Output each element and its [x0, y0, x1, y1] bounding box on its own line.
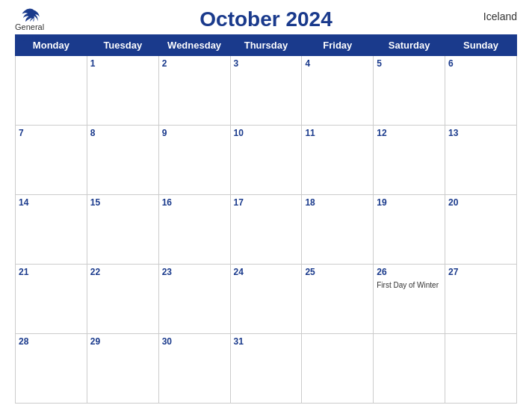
calendar-day-cell	[302, 334, 374, 404]
calendar-day-cell: 12	[374, 126, 445, 195]
day-number: 10	[234, 128, 299, 138]
calendar-day-cell: 29	[87, 334, 158, 404]
day-number: 29	[90, 336, 155, 347]
day-number: 17	[234, 197, 299, 208]
calendar-day-cell: 6	[445, 56, 517, 126]
day-number: 15	[90, 197, 155, 208]
calendar-day-cell: 4	[302, 56, 374, 126]
calendar-day-cell: 31	[230, 334, 302, 404]
day-number: 6	[448, 58, 513, 69]
day-number: 19	[377, 197, 442, 208]
logo-icon	[19, 7, 40, 22]
col-saturday: Saturday	[374, 35, 445, 56]
day-number: 4	[305, 58, 370, 69]
calendar-day-cell: 30	[158, 334, 230, 404]
day-number: 31	[234, 336, 299, 347]
day-number: 7	[19, 128, 84, 138]
calendar-week-row: 78910111213	[16, 126, 517, 195]
calendar-day-cell	[374, 334, 445, 404]
col-wednesday: Wednesday	[158, 35, 230, 56]
day-number: 28	[19, 336, 84, 347]
calendar-week-row: 212223242526First Day of Winter27	[16, 265, 517, 334]
calendar-day-cell	[16, 56, 87, 126]
col-thursday: Thursday	[230, 35, 302, 56]
day-number: 21	[19, 267, 84, 277]
day-number: 12	[377, 128, 442, 138]
day-number: 23	[162, 267, 227, 277]
weekday-header-row: Monday Tuesday Wednesday Thursday Friday…	[16, 35, 517, 56]
calendar-week-row: 123456	[16, 56, 517, 126]
calendar-day-cell: 28	[16, 334, 87, 404]
calendar-day-cell: 21	[16, 265, 87, 334]
day-number: 26	[377, 267, 442, 277]
calendar-day-cell: 23	[158, 265, 230, 334]
calendar-day-cell: 27	[445, 265, 517, 334]
calendar-day-cell: 24	[230, 265, 302, 334]
logo: General Blue	[15, 7, 44, 44]
calendar-day-cell: 26First Day of Winter	[374, 265, 445, 334]
calendar-day-cell: 3	[230, 56, 302, 126]
calendar-day-cell: 16	[158, 195, 230, 265]
day-number: 3	[234, 58, 299, 69]
calendar-day-cell: 20	[445, 195, 517, 265]
logo-blue-text: Blue	[19, 32, 40, 44]
country-label: Iceland	[483, 10, 517, 22]
calendar-day-cell: 22	[87, 265, 158, 334]
calendar-week-row: 28293031	[16, 334, 517, 404]
calendar-day-cell: 13	[445, 126, 517, 195]
day-number: 1	[90, 58, 155, 69]
col-tuesday: Tuesday	[87, 35, 158, 56]
day-number: 2	[162, 58, 227, 69]
day-number: 24	[234, 267, 299, 277]
calendar-day-cell: 17	[230, 195, 302, 265]
day-number: 22	[90, 267, 155, 277]
calendar-day-cell: 10	[230, 126, 302, 195]
calendar-day-cell: 11	[302, 126, 374, 195]
calendar-week-row: 14151617181920	[16, 195, 517, 265]
calendar-day-cell: 1	[87, 56, 158, 126]
day-number: 13	[448, 128, 513, 138]
day-number: 20	[448, 197, 513, 208]
calendar-header: General Blue October 2024 Iceland	[15, 7, 517, 31]
col-sunday: Sunday	[445, 35, 517, 56]
calendar-day-cell: 18	[302, 195, 374, 265]
day-number: 30	[162, 336, 227, 347]
day-number: 9	[162, 128, 227, 138]
calendar-day-cell: 15	[87, 195, 158, 265]
logo-general-text: General	[15, 22, 44, 32]
day-number: 27	[448, 267, 513, 277]
calendar-day-cell: 14	[16, 195, 87, 265]
day-number: 16	[162, 197, 227, 208]
day-number: 25	[305, 267, 370, 277]
day-number: 8	[90, 128, 155, 138]
calendar-day-cell: 25	[302, 265, 374, 334]
day-number: 11	[305, 128, 370, 138]
calendar-title: October 2024	[200, 7, 332, 31]
calendar-day-cell: 8	[87, 126, 158, 195]
calendar-day-cell: 5	[374, 56, 445, 126]
calendar-day-cell: 9	[158, 126, 230, 195]
day-event-label: First Day of Winter	[377, 281, 439, 289]
calendar-day-cell: 7	[16, 126, 87, 195]
col-friday: Friday	[302, 35, 374, 56]
day-number: 18	[305, 197, 370, 208]
calendar-day-cell	[445, 334, 517, 404]
calendar-day-cell: 2	[158, 56, 230, 126]
day-number: 14	[19, 197, 84, 208]
day-number: 5	[377, 58, 442, 69]
calendar-day-cell: 19	[374, 195, 445, 265]
calendar-table: Monday Tuesday Wednesday Thursday Friday…	[15, 34, 517, 404]
